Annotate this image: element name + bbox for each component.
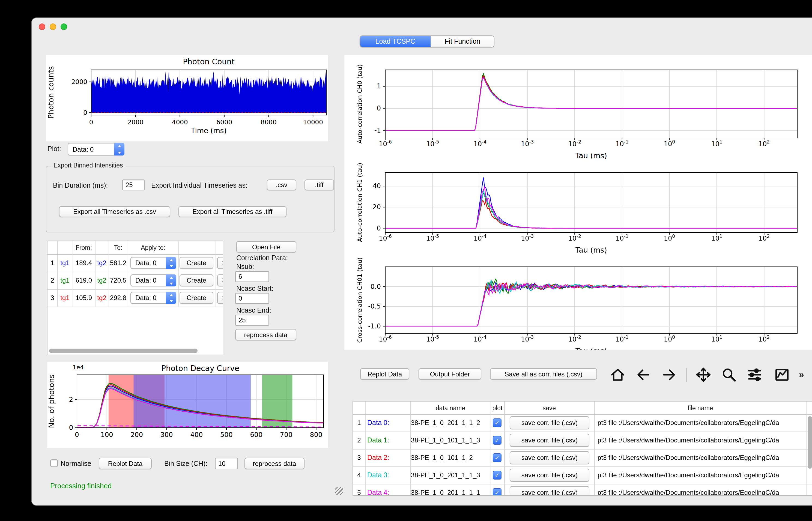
gate-delete-button[interactable]: ✕ — [217, 292, 223, 304]
correlation-plots: 10-610-510-410-310-210-1100101102-101Tau… — [344, 55, 812, 350]
app-window: Load TCSPC Fit Function 0200040006000800… — [31, 18, 812, 506]
bin-duration-label: Bin Duration (ms): — [53, 182, 108, 189]
save-corr-file-button[interactable]: save corr. file (.csv) — [510, 469, 589, 482]
plot-checkbox[interactable]: ✓ — [493, 453, 501, 462]
toolbar-forward-icon[interactable] — [660, 365, 678, 384]
svg-text:200: 200 — [130, 431, 143, 439]
titlebar[interactable] — [32, 18, 812, 33]
gate-create-button[interactable]: Create — [180, 257, 213, 269]
gate-apply-select[interactable]: Data: 0 — [130, 292, 176, 304]
status-message: Processing finished — [50, 482, 112, 490]
reprocess-data-button-decay[interactable]: reprocess data — [245, 458, 304, 469]
tab-fit-function[interactable]: Fit Function — [431, 36, 494, 47]
ncasc-end-label: Ncasc End: — [236, 307, 271, 314]
svg-text:-1.0: -1.0 — [368, 322, 381, 330]
toolbar-home-icon[interactable] — [608, 365, 627, 384]
export-csv-button[interactable]: .csv — [267, 180, 296, 190]
nsub-input[interactable]: 6 — [235, 271, 269, 282]
gate-from-value[interactable]: 619.0 — [73, 272, 95, 289]
svg-text:0: 0 — [89, 119, 93, 126]
correlation-para-label: Correlation Para: — [236, 254, 288, 262]
bin-duration-input[interactable]: 25 — [122, 180, 144, 190]
svg-text:1e4: 1e4 — [73, 364, 84, 371]
gate-to-value[interactable]: 292.8 — [109, 289, 128, 307]
save-corr-file-button[interactable]: save corr. file (.csv) — [510, 486, 589, 496]
gate-delete-button[interactable]: ✕ — [217, 257, 223, 269]
plot-checkbox[interactable]: ✓ — [493, 418, 501, 427]
gate-to-value[interactable]: 581.2 — [109, 254, 128, 272]
save-corr-file-button[interactable]: save corr. file (.csv) — [510, 416, 589, 429]
svg-text:-1: -1 — [374, 127, 381, 134]
export-all-csv-button[interactable]: Export all Timeseries as .csv — [59, 206, 170, 217]
svg-text:No. of photons: No. of photons — [47, 374, 56, 428]
toolbar-zoom-icon[interactable] — [720, 365, 738, 384]
close-button[interactable] — [39, 23, 45, 30]
gate-from-value[interactable]: 189.4 — [73, 254, 95, 272]
gate-create-button[interactable]: Create — [180, 292, 213, 304]
gate-row-number: 2 — [47, 272, 57, 289]
toolbar-axes-edit-icon[interactable] — [773, 365, 791, 384]
reprocess-data-button[interactable]: reprocess data — [235, 329, 296, 340]
ncasc-end-input[interactable]: 25 — [235, 315, 269, 326]
gate-apply-value: Data: 0 — [135, 277, 156, 284]
file-row-data-name: 38-PE_1_0_101_1_1_3 — [410, 432, 491, 449]
file-row-file-name: pt3 file :/Users/dwaithe/Documents/colla… — [595, 449, 806, 467]
resize-grip-icon[interactable] — [335, 486, 343, 495]
gate-tg2-label: tg2 — [95, 254, 109, 272]
export-tiff-button[interactable]: .tiff — [304, 180, 334, 190]
plot-checkbox[interactable]: ✓ — [493, 488, 501, 496]
maximize-button[interactable] — [61, 23, 67, 30]
file-table-vscrollbar[interactable] — [808, 416, 812, 469]
gate-row-number: 3 — [47, 289, 57, 307]
svg-text:-0.5: -0.5 — [368, 302, 381, 310]
save-all-corr-button[interactable]: Save all as corr. files (.csv) — [490, 368, 597, 380]
gate-table-hscrollbar[interactable] — [49, 348, 198, 353]
svg-text:600: 600 — [250, 431, 263, 439]
export-group-title: Export Binned Intensities — [51, 162, 126, 168]
save-corr-file-button[interactable]: save corr. file (.csv) — [510, 434, 589, 447]
gate-from-value[interactable]: 105.9 — [73, 289, 95, 307]
gate-create-button[interactable]: Create — [180, 274, 213, 287]
svg-text:Photon counts: Photon counts — [47, 66, 55, 119]
svg-text:Cross-correlation CH01 (tau): Cross-correlation CH01 (tau) — [356, 257, 363, 343]
toolbar-more-icon[interactable]: » — [799, 369, 804, 380]
gate-to-value[interactable]: 720.5 — [109, 272, 128, 289]
minimize-button[interactable] — [50, 23, 56, 30]
select-stepper-icon — [166, 292, 176, 304]
export-all-tiff-button[interactable]: Export all Timeseries as .tiff — [178, 206, 287, 217]
svg-text:10000: 10000 — [303, 119, 323, 126]
svg-text:100: 100 — [101, 431, 113, 439]
plot-data-select[interactable]: Data: 0 — [68, 143, 125, 156]
output-folder-button[interactable]: Output Folder — [419, 368, 481, 380]
ncasc-start-input[interactable]: 0 — [235, 293, 269, 304]
normalise-checkbox[interactable] — [50, 459, 58, 467]
file-row-number: 4 — [353, 467, 365, 484]
bin-size-input[interactable]: 10 — [215, 458, 238, 469]
toolbar-back-icon[interactable] — [634, 365, 653, 384]
gate-apply-select[interactable]: Data: 0 — [130, 274, 176, 287]
open-file-button[interactable]: Open File — [236, 241, 296, 253]
file-row-file-name: pt3 file :/Users/dwaithe/Documents/colla… — [595, 467, 806, 484]
file-row-number: 5 — [353, 484, 365, 496]
tab-load-tcspc[interactable]: Load TCSPC — [360, 36, 431, 47]
gate-apply-header: Apply to: — [128, 241, 178, 254]
file-table-data-name-header: data name — [410, 402, 491, 414]
plot-checkbox[interactable]: ✓ — [493, 436, 501, 445]
bin-size-label: Bin Size (CH): — [164, 460, 207, 468]
gate-delete-button[interactable]: ✕ — [217, 274, 223, 287]
svg-text:20: 20 — [373, 203, 381, 211]
file-row-data-name: 38-PE_1_0_201_1_1_3 — [410, 467, 491, 484]
svg-text:Tau (ms): Tau (ms) — [575, 347, 607, 350]
gate-apply-select[interactable]: Data: 0 — [130, 257, 176, 269]
save-corr-file-button[interactable]: save corr. file (.csv) — [510, 451, 589, 464]
svg-text:2000: 2000 — [71, 78, 87, 85]
replot-data-button-left[interactable]: Replot Data — [99, 458, 152, 469]
replot-data-button-right[interactable]: Replot Data — [360, 368, 409, 380]
toolbar-subplots-icon[interactable] — [745, 365, 764, 384]
svg-text:300: 300 — [160, 431, 173, 439]
photon-count-plot: 020004000600080001000002000Photon CountT… — [46, 55, 328, 141]
gate-from-header: From: — [73, 241, 95, 254]
plot-checkbox[interactable]: ✓ — [493, 471, 501, 479]
gate-tg2-label: tg2 — [95, 272, 109, 289]
toolbar-pan-icon[interactable] — [694, 365, 713, 384]
